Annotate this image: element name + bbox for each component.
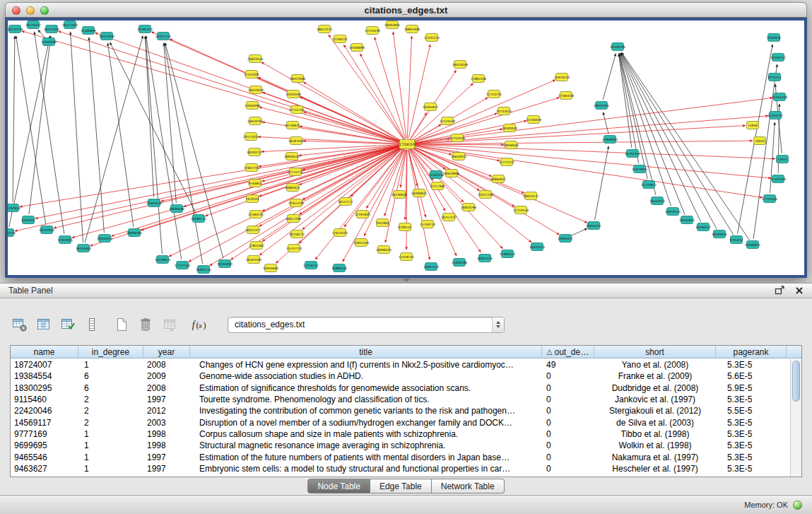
graph-node[interactable]: 15747710 (286, 245, 302, 252)
table-row[interactable]: 1938455462009Genome-wide association stu… (11, 370, 790, 382)
graph-node[interactable]: 18758272 (289, 230, 305, 238)
graph-node[interactable]: 16344450 (529, 243, 545, 251)
graph-node[interactable]: 18184954 (712, 230, 727, 238)
network-canvas[interactable]: 1842004917885208127537412073262518183040… (8, 21, 804, 275)
graph-node[interactable]: 12940099 (41, 38, 57, 46)
graph-node[interactable]: 18420050 (248, 86, 264, 94)
table-cell[interactable]: 2 (78, 418, 143, 428)
graph-node[interactable]: 20351209 (288, 199, 304, 207)
table-cell[interactable]: 5.3E-5 (716, 440, 787, 450)
table-cell[interactable]: 5.3E-5 (716, 395, 787, 404)
graph-node[interactable]: 19056054 (97, 235, 112, 243)
table-cell[interactable]: 6 (78, 383, 143, 393)
table-cell[interactable]: de Silva et al. (2003) (594, 418, 716, 428)
panel-splitter[interactable] (0, 278, 812, 283)
table-cell[interactable]: 0 (542, 418, 594, 428)
graph-node[interactable]: 18946140 (284, 153, 300, 160)
column-header-pagerank[interactable]: pagerank (716, 346, 787, 358)
graph-node[interactable]: 11254439 (449, 134, 465, 142)
window-titlebar[interactable]: citations_edges.txt (5, 2, 807, 18)
graph-node[interactable]: 19412504 (62, 21, 78, 29)
graph-node[interactable]: 17854367 (249, 242, 264, 250)
graph-node[interactable]: 19565815 (679, 216, 695, 224)
column-header-in_degree[interactable]: in_degree (78, 346, 143, 358)
graph-node[interactable]: 7624503 (245, 195, 259, 203)
table-cell[interactable]: 0 (542, 371, 594, 381)
table-cell[interactable]: 0 (542, 383, 594, 393)
graph-node[interactable]: 16791914 (625, 150, 640, 158)
graph-node[interactable]: 16694905 (384, 21, 400, 29)
graph-node[interactable]: 18422098 (290, 75, 305, 83)
graph-node[interactable]: 15955 (777, 156, 789, 163)
graph-node[interactable]: 19448794 (610, 43, 625, 51)
graph-node[interactable]: 18187040 (288, 137, 304, 145)
table-cell[interactable]: 9777169 (11, 429, 78, 439)
graph-node[interactable]: 12254439 (365, 27, 380, 35)
graph-node[interactable]: 10984012 (558, 235, 573, 243)
graph-node[interactable]: 12667703 (244, 164, 259, 172)
combobox-arrows-icon[interactable] (492, 317, 504, 332)
graph-node[interactable]: 17257246 (175, 262, 190, 269)
graph-node[interactable]: 19885612 (285, 184, 300, 192)
graph-node[interactable]: 15746710 (420, 221, 435, 228)
splitter-handle-icon[interactable] (403, 279, 410, 282)
table-cell[interactable]: 2008 (143, 383, 190, 393)
graph-node[interactable]: 16640910 (451, 153, 466, 160)
table-cell[interactable]: 1 (78, 464, 143, 474)
table-row[interactable]: 1456911722003Disruption of a novel membe… (11, 416, 790, 428)
graph-node[interactable]: 9194958 (767, 34, 780, 42)
graph-node[interactable]: 15958 (747, 122, 759, 129)
table-cell[interactable]: 6 (78, 371, 143, 381)
table-cell[interactable]: 1998 (143, 440, 190, 450)
table-cell[interactable]: Jankovic et al. (1997) (594, 395, 716, 404)
graph-node[interactable]: 16661510 (423, 263, 439, 271)
graph-node[interactable]: 18946040 (503, 141, 519, 149)
graph-node[interactable]: 16530112 (770, 54, 786, 62)
graph-node[interactable]: 12103459 (770, 175, 786, 183)
graph-node[interactable]: 12773722 (499, 158, 514, 166)
table-cell[interactable]: Structural magnetic resonance image aver… (190, 440, 542, 450)
column-header-title[interactable]: title (190, 346, 542, 358)
graph-node[interactable]: 20585324 (137, 25, 153, 33)
graph-node[interactable]: 15608288 (452, 259, 467, 267)
table-cell[interactable]: 22420046 (11, 406, 78, 416)
table-row[interactable]: 1830029562008Estimation of significance … (11, 382, 790, 394)
graph-node[interactable]: 17679905 (632, 165, 647, 173)
table-cell[interactable]: Corpus callosum shape and size in male p… (190, 429, 542, 439)
graph-node[interactable]: 9245012 (729, 236, 743, 244)
float-panel-icon[interactable] (775, 286, 785, 296)
graph-node[interactable]: 19884612 (490, 175, 506, 183)
table-cell[interactable]: 1 (78, 360, 143, 370)
table-cell[interactable]: Genome-wide association studies in ADHD. (190, 371, 542, 381)
table-cell[interactable]: 18724007 (11, 360, 78, 370)
graph-node[interactable]: 15976523 (554, 74, 570, 81)
table-cell[interactable]: 2 (78, 395, 143, 404)
graph-node[interactable]: 16099115 (191, 215, 206, 223)
column-list-icon[interactable] (83, 316, 100, 333)
graph-node[interactable]: 18420049 (452, 61, 468, 69)
graph-node[interactable]: 12458742 (303, 262, 319, 269)
graph-node[interactable]: 18410249 (8, 25, 23, 33)
column-header-year[interactable]: year (143, 346, 190, 358)
graph-node[interactable]: 15566899 (81, 27, 96, 35)
graph-node[interactable]: 16157277 (338, 198, 353, 206)
graph-node[interactable]: 16817298 (286, 215, 301, 223)
graph-node[interactable]: 15851449 (353, 239, 369, 247)
graph-node[interactable]: 1724016 (399, 140, 415, 149)
graph-node[interactable]: 16108624 (155, 256, 170, 264)
column-header-name[interactable]: name (11, 346, 78, 358)
table-cell[interactable]: 1 (78, 429, 143, 439)
graph-node[interactable]: 12201375 (424, 34, 440, 42)
table-cell[interactable]: 0 (542, 429, 594, 439)
graph-node[interactable]: 16961426 (477, 255, 493, 262)
graph-node[interactable]: 16904115 (196, 266, 211, 274)
table-cell[interactable]: 5.6E-5 (716, 371, 787, 381)
table-cell[interactable]: 1 (78, 452, 143, 462)
graph-node[interactable]: 12774722 (288, 168, 303, 176)
table-cell[interactable]: 9699695 (11, 440, 78, 450)
graph-node[interactable]: 18612074 (317, 25, 332, 33)
table-cell[interactable]: 0 (542, 406, 594, 416)
table-cell[interactable]: 14569117 (11, 418, 78, 428)
table-row[interactable]: 977716911998Corpus callosum shape and si… (11, 428, 790, 440)
graph-node[interactable]: 11546049 (526, 116, 541, 124)
